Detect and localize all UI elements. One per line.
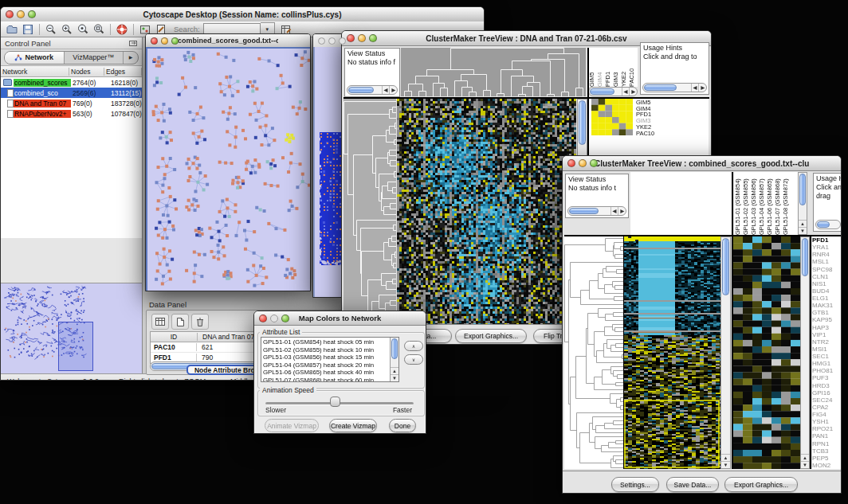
gene-label[interactable]: FIG4 bbox=[812, 411, 842, 418]
gene-label[interactable]: NIS1 bbox=[812, 280, 842, 287]
attribute-item[interactable]: GPL51-03 (GSM856) heat shock 15 min bbox=[261, 354, 390, 361]
gene-label[interactable]: CLN1 bbox=[812, 273, 842, 280]
gene-label[interactable]: SPC98 bbox=[812, 266, 842, 273]
minimize-button[interactable] bbox=[270, 315, 278, 322]
gene-label[interactable]: YRA1 bbox=[812, 244, 842, 251]
save-data-button[interactable]: Save Data... bbox=[666, 477, 719, 492]
column-label[interactable]: PAC10 bbox=[628, 48, 636, 87]
column-label[interactable]: PFD1 bbox=[604, 48, 612, 87]
move-down-button[interactable]: ∨ bbox=[404, 354, 423, 365]
create-vizmap-button[interactable]: Create Vizmap bbox=[329, 419, 377, 432]
minimize-button[interactable] bbox=[358, 34, 366, 42]
heatmap-vscrollbar[interactable]: ▲▼ bbox=[720, 236, 731, 469]
zoom-fit-button[interactable] bbox=[91, 22, 107, 36]
treeview2-titlebar[interactable]: ClusterMaker TreeView : combined_scores_… bbox=[563, 156, 841, 171]
close-button[interactable] bbox=[347, 34, 355, 42]
zoom-button[interactable] bbox=[281, 315, 289, 322]
network-canvas[interactable] bbox=[147, 49, 310, 291]
close-button[interactable] bbox=[151, 37, 158, 45]
column-dendrogram-area[interactable] bbox=[630, 172, 732, 235]
gene-label[interactable]: PAN1 bbox=[812, 432, 842, 440]
gene-label[interactable]: HMG1 bbox=[812, 360, 842, 367]
animate-vizmap-button[interactable]: Animate Vizmap bbox=[265, 419, 319, 432]
gene-label[interactable]: MAK31 bbox=[812, 302, 842, 309]
global-heatmap-canvas[interactable] bbox=[624, 236, 720, 469]
column-header[interactable]: Nodes bbox=[69, 68, 104, 76]
column-label[interactable]: GPL51-03 (GSM856) bbox=[750, 172, 758, 235]
column-labels-scrollbar[interactable]: ▲▼ bbox=[798, 172, 807, 235]
gene-label[interactable]: PUF3 bbox=[812, 374, 842, 381]
new-attribute-button[interactable] bbox=[171, 314, 189, 330]
column-label[interactable]: GIM4 bbox=[596, 48, 604, 87]
delete-attribute-button[interactable] bbox=[191, 314, 209, 330]
gene-label[interactable]: KAP95 bbox=[812, 316, 842, 323]
gene-list-scrollbar[interactable]: ▲▼ bbox=[800, 236, 810, 469]
view-status-scrollbar[interactable]: ◀▶ bbox=[567, 206, 626, 216]
zoom-button[interactable] bbox=[171, 37, 179, 45]
attribute-item[interactable]: GPL51-01 (GSM854) heat shock 05 min bbox=[261, 338, 390, 346]
select-attributes-button[interactable] bbox=[151, 314, 169, 330]
network-table-row[interactable]: DNA and Tran 07 769(0) 183728(0) bbox=[1, 98, 142, 108]
gene-label[interactable]: HRD3 bbox=[812, 382, 842, 389]
zoom-button[interactable] bbox=[590, 159, 598, 167]
gene-label[interactable]: RNR4 bbox=[812, 251, 842, 258]
export-graphics-button[interactable]: Export Graphics... bbox=[724, 477, 798, 492]
attribute-item[interactable]: GPL51-07 (GSM868) heat shock 60 min bbox=[261, 377, 390, 382]
gene-label[interactable]: GPI16 bbox=[812, 389, 842, 397]
gene-label[interactable]: GTB1 bbox=[812, 309, 842, 316]
network-table-row[interactable]: RNAPuberNov2+ 563(0) 107847(0) bbox=[1, 108, 142, 119]
gene-label[interactable]: PHO81 bbox=[812, 367, 842, 374]
gene-label[interactable]: RPO21 bbox=[812, 425, 842, 432]
zoom-matrix-canvas[interactable] bbox=[591, 99, 633, 135]
gene-label[interactable]: ELG1 bbox=[812, 295, 842, 302]
gene-label[interactable]: VIP1 bbox=[812, 331, 842, 338]
gene-label[interactable]: SEC1 bbox=[812, 353, 842, 360]
column-dendrogram[interactable] bbox=[401, 48, 586, 96]
gene-label[interactable]: SEC24 bbox=[812, 397, 842, 404]
gene-label[interactable]: RPN1 bbox=[812, 440, 842, 447]
zoom-in-button[interactable] bbox=[59, 22, 75, 36]
usage-hints-scrollbar[interactable]: ◀▶ bbox=[642, 83, 707, 92]
zoom-heatmap-canvas[interactable] bbox=[733, 236, 800, 469]
minimize-button[interactable] bbox=[161, 37, 168, 45]
settings-button[interactable]: Settings... bbox=[611, 477, 659, 492]
gene-label[interactable]: CPA2 bbox=[812, 404, 842, 411]
network-view-titlebar[interactable]: combined_scores_good.txt--cluste... bbox=[146, 34, 310, 48]
gene-label[interactable]: MSI1 bbox=[812, 346, 842, 353]
zoom-button[interactable] bbox=[28, 10, 36, 18]
gene-label[interactable]: BUD4 bbox=[812, 287, 842, 295]
row-dendrogram[interactable] bbox=[564, 236, 623, 469]
help-button[interactable] bbox=[114, 22, 130, 36]
tab-overflow-button[interactable]: ▶ bbox=[123, 52, 138, 64]
close-button[interactable] bbox=[259, 315, 267, 322]
gene-label[interactable]: PFD1 bbox=[812, 236, 842, 244]
gene-label[interactable]: MON2 bbox=[812, 462, 842, 469]
main-titlebar[interactable]: Cytoscape Desktop (Session Name: collins… bbox=[1, 7, 484, 22]
minimize-button[interactable] bbox=[17, 10, 25, 18]
dp-col-id[interactable]: ID bbox=[151, 333, 197, 341]
gene-label[interactable]: YSH1 bbox=[812, 418, 842, 425]
attribute-list-scrollbar[interactable]: ▲▼ bbox=[390, 338, 398, 381]
column-header[interactable]: Network bbox=[1, 68, 69, 76]
tab-network[interactable]: Network bbox=[5, 52, 65, 64]
float-panel-icon[interactable] bbox=[128, 39, 138, 47]
dialog-titlebar[interactable]: Map Colors to Network bbox=[254, 311, 426, 326]
view-status-scrollbar[interactable]: ◀▶ bbox=[347, 85, 398, 95]
zoom-hscrollbar[interactable]: ◀▶ bbox=[588, 87, 638, 96]
zoom-out-button[interactable] bbox=[43, 22, 59, 36]
gene-label[interactable]: PAC10 bbox=[636, 131, 654, 137]
gene-label[interactable]: PEP5 bbox=[812, 455, 842, 462]
open-session-button[interactable] bbox=[4, 22, 20, 36]
attribute-item[interactable]: GPL51-02 (GSM855) heat shock 10 min bbox=[261, 346, 390, 354]
close-button[interactable] bbox=[318, 37, 325, 45]
tab-vizmapper[interactable]: VizMapper™ bbox=[65, 52, 124, 64]
network-table-row[interactable]: combined_sco 2569(6) 13112(15) bbox=[1, 88, 142, 98]
attribute-item[interactable]: GPL51-04 (GSM857) heat shock 20 min bbox=[261, 361, 390, 369]
zoom-button[interactable] bbox=[369, 34, 377, 42]
attribute-item[interactable]: GPL51-06 (GSM865) heat shock 40 min bbox=[261, 369, 390, 377]
zoom-selected-button[interactable] bbox=[75, 22, 91, 36]
column-label[interactable]: GPL51-06 (GSM865) bbox=[766, 172, 774, 235]
column-label[interactable]: GPL51-01 (GSM854) bbox=[734, 172, 742, 235]
minimize-button[interactable] bbox=[579, 159, 587, 167]
column-label[interactable]: GPL51-08 (GSM872) bbox=[782, 172, 790, 235]
